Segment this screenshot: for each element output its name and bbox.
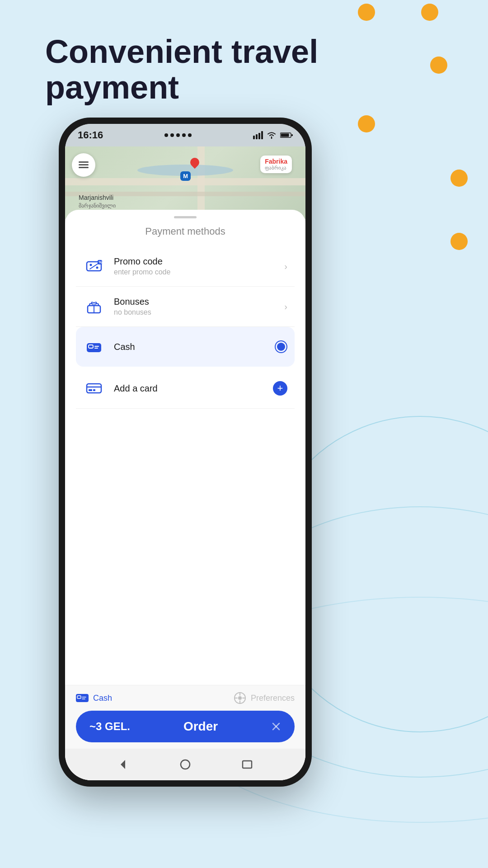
sheet-spacer	[65, 466, 305, 685]
svg-rect-5	[291, 134, 293, 136]
svg-rect-39	[243, 761, 252, 768]
cash-item[interactable]: Cash	[76, 327, 295, 367]
dot-1	[164, 133, 168, 137]
bottom-bar: Cash Preferences	[65, 685, 305, 749]
add-button[interactable]: +	[273, 381, 287, 396]
bg-dot-2	[358, 4, 375, 21]
nav-home-button[interactable]	[177, 756, 193, 773]
wifi-icon	[267, 132, 277, 139]
phone-frame: 16:16	[59, 118, 312, 787]
nav-back-button[interactable]	[115, 756, 131, 773]
svg-point-30	[238, 696, 242, 700]
order-label: Order	[183, 719, 218, 734]
status-time: 16:16	[78, 129, 103, 141]
status-icons	[253, 131, 293, 139]
bottom-pref-label: Preferences	[251, 693, 295, 703]
add-card-icon	[83, 377, 105, 399]
order-close-icon	[271, 722, 281, 731]
payment-list: % Promo code enter promo code ›	[65, 246, 305, 466]
svg-rect-6	[281, 134, 289, 137]
bg-dot-5	[450, 170, 468, 187]
sheet-title: Payment methods	[65, 222, 305, 246]
promo-title: Promo code	[114, 256, 279, 267]
order-button[interactable]: ~3 GEL. Order	[76, 711, 295, 742]
bonuses-title: Bonuses	[114, 297, 279, 307]
marjanishvili-label: Marjanishvili მარჯანიშვილი	[79, 193, 116, 210]
dot-2	[170, 133, 174, 137]
svg-text:%: %	[99, 260, 103, 264]
cash-radio	[275, 340, 287, 353]
hamburger-top	[79, 161, 89, 163]
battery-icon	[280, 132, 293, 138]
add-card-item[interactable]: Add a card +	[76, 368, 295, 409]
map-area: M Fabrika ფაბრიკა Marjanishvili მარჯანიშ…	[65, 146, 305, 219]
add-card-action[interactable]: +	[273, 381, 287, 396]
add-card-text: Add a card	[114, 383, 267, 394]
metro-badge: M	[180, 171, 191, 181]
status-center	[164, 133, 192, 137]
main-heading: Convenient travel payment	[45, 34, 318, 105]
svg-point-38	[181, 760, 190, 769]
add-card-title: Add a card	[114, 383, 267, 394]
status-bar: 16:16	[65, 124, 305, 146]
bottom-cash-label: Cash	[93, 693, 112, 703]
hamburger-mid	[79, 164, 89, 165]
bonuses-icon	[83, 296, 105, 317]
cash-icon	[83, 336, 105, 358]
radio-inner	[277, 343, 285, 351]
radio-selected-indicator	[275, 340, 287, 353]
bonuses-item[interactable]: Bonuses no bonuses ›	[76, 287, 295, 327]
svg-rect-1	[256, 134, 258, 139]
dot-4	[182, 133, 186, 137]
bg-dot-4	[358, 115, 375, 132]
promo-chevron: ›	[284, 261, 287, 272]
svg-point-8	[90, 264, 92, 266]
bottom-cash-icon	[76, 693, 89, 703]
svg-rect-21	[87, 384, 101, 393]
menu-button[interactable]	[72, 153, 95, 177]
svg-marker-37	[121, 760, 125, 769]
svg-rect-23	[89, 389, 92, 391]
bottom-bar-top: Cash Preferences	[76, 692, 295, 704]
promo-icon: %	[83, 255, 105, 277]
svg-rect-24	[93, 389, 95, 391]
bonuses-text: Bonuses no bonuses	[114, 297, 279, 316]
bottom-pref-icon	[234, 692, 246, 704]
chevron-icon-2: ›	[284, 302, 287, 311]
phone-screen: 16:16	[65, 124, 305, 780]
bonuses-subtitle: no bonuses	[114, 308, 279, 316]
signal-icon	[253, 131, 263, 139]
nav-recents-button[interactable]	[239, 756, 255, 773]
cash-title: Cash	[114, 342, 269, 352]
cash-text: Cash	[114, 342, 269, 352]
svg-rect-25	[76, 694, 89, 702]
bottom-preferences-item[interactable]: Preferences	[234, 692, 295, 704]
bottom-sheet: Payment methods %	[65, 210, 305, 780]
bg-dot-1	[421, 4, 438, 21]
svg-point-9	[96, 267, 99, 269]
dot-5	[188, 133, 192, 137]
dot-3	[176, 133, 180, 137]
map-road-v	[197, 146, 205, 219]
svg-rect-3	[261, 131, 263, 139]
chevron-icon: ›	[284, 261, 287, 271]
promo-text: Promo code enter promo code	[114, 256, 279, 276]
bg-dot-6	[450, 233, 468, 250]
nav-bar	[65, 749, 305, 780]
bottom-cash-item[interactable]: Cash	[76, 693, 112, 703]
promo-subtitle: enter promo code	[114, 268, 279, 276]
bonuses-chevron: ›	[284, 302, 287, 312]
sheet-handle	[174, 216, 197, 218]
svg-rect-0	[253, 136, 255, 139]
svg-rect-2	[258, 133, 260, 139]
fabrika-label: Fabrika ფაბრიკა	[260, 156, 292, 173]
order-price: ~3 GEL.	[89, 720, 130, 733]
promo-code-item[interactable]: % Promo code enter promo code ›	[76, 246, 295, 287]
hamburger-bot	[79, 167, 89, 168]
bg-dot-3	[430, 57, 447, 74]
